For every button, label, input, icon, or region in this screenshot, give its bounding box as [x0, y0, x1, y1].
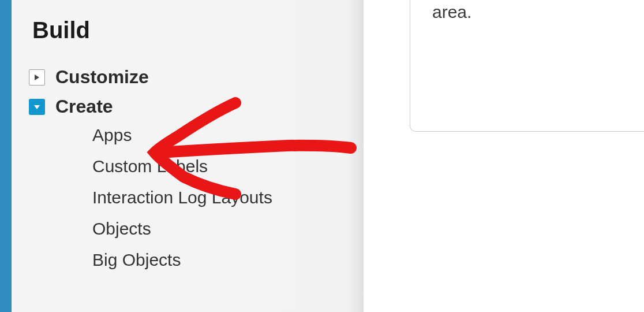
- expand-right-icon[interactable]: [29, 69, 45, 86]
- left-accent-border: [0, 0, 12, 312]
- svg-marker-0: [35, 75, 39, 80]
- sidebar-panel: Build Customize Create Apps Custom Label…: [12, 0, 364, 312]
- submenu-item-custom-labels[interactable]: Custom Labels: [92, 157, 364, 176]
- submenu-item-interaction-log-layouts[interactable]: Interaction Log Layouts: [92, 188, 364, 207]
- submenu-item-big-objects[interactable]: Big Objects: [92, 250, 364, 270]
- sidebar-item-customize[interactable]: Customize: [29, 66, 364, 88]
- svg-marker-1: [34, 105, 40, 109]
- expand-down-icon[interactable]: [29, 99, 45, 115]
- submenu-item-objects[interactable]: Objects: [92, 219, 364, 239]
- submenu-item-apps[interactable]: Apps: [92, 125, 364, 145]
- section-header-build: Build: [29, 17, 364, 43]
- sidebar-item-label: Customize: [55, 66, 149, 88]
- main-content-panel: area.: [410, 0, 644, 132]
- sidebar-item-create[interactable]: Create: [29, 96, 364, 117]
- panel-text-fragment: area.: [432, 2, 471, 21]
- create-submenu: Apps Custom Labels Interaction Log Layou…: [92, 125, 364, 270]
- sidebar-item-label: Create: [55, 96, 113, 117]
